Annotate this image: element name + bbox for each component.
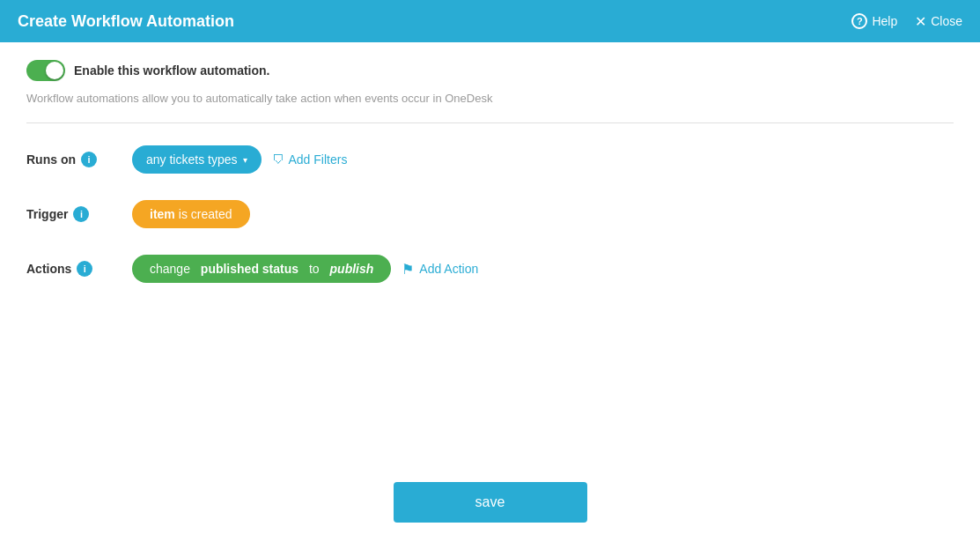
filter-icon: ⛉	[272, 152, 284, 167]
actions-label: Actions	[26, 262, 71, 276]
action-change-text: change	[150, 262, 190, 276]
runs-on-label-col: Runs on i	[26, 152, 132, 167]
runs-on-row: Runs on i any tickets types ▾ ⛉ Add Filt…	[26, 145, 954, 174]
add-action-button[interactable]: ⚑ Add Action	[402, 261, 478, 278]
trigger-action-text: is created	[179, 207, 232, 221]
action-to-text: to	[309, 262, 320, 276]
trigger-row: Trigger i item is created	[26, 200, 954, 228]
close-x-icon: ✕	[915, 13, 926, 30]
runs-on-button-text: any tickets types	[146, 152, 238, 167]
close-label: Close	[931, 14, 962, 28]
runs-on-label: Runs on	[26, 152, 76, 167]
create-workflow-modal: Create Workflow Automation ? Help ✕ Clos…	[0, 0, 980, 549]
actions-row: Actions i change published status to pub…	[26, 255, 954, 283]
trigger-item-text: item	[150, 207, 175, 221]
runs-on-content: any tickets types ▾ ⛉ Add Filters	[132, 145, 347, 174]
action-italic-text: publish	[330, 262, 374, 276]
modal-header: Create Workflow Automation ? Help ✕ Clos…	[0, 0, 980, 42]
add-action-text: Add Action	[419, 262, 478, 276]
modal-body: Enable this workflow automation. Workflo…	[0, 42, 980, 469]
action-bold-text: published status	[201, 262, 298, 276]
save-button[interactable]: save	[394, 482, 587, 523]
runs-on-button[interactable]: any tickets types ▾	[132, 145, 262, 174]
trigger-content: item is created	[132, 200, 250, 228]
actions-info-icon[interactable]: i	[77, 261, 92, 277]
modal-footer: save	[0, 469, 980, 549]
modal-title: Create Workflow Automation	[18, 12, 234, 31]
toggle-knob	[46, 62, 63, 79]
help-icon: ?	[851, 13, 867, 29]
flag-icon: ⚑	[402, 261, 414, 278]
toggle-label: Enable this workflow automation.	[74, 63, 269, 78]
chevron-down-icon: ▾	[243, 155, 247, 165]
close-button[interactable]: ✕ Close	[915, 13, 962, 30]
enable-toggle[interactable]	[26, 60, 65, 81]
trigger-label: Trigger	[26, 207, 68, 221]
add-filters-text: Add Filters	[289, 152, 348, 167]
trigger-label-col: Trigger i	[26, 206, 132, 222]
add-filters-button[interactable]: ⛉ Add Filters	[272, 152, 348, 167]
runs-on-info-icon[interactable]: i	[81, 152, 97, 167]
actions-content: change published status to publish ⚑ Add…	[132, 255, 478, 283]
trigger-badge[interactable]: item is created	[132, 200, 250, 228]
toggle-row: Enable this workflow automation.	[26, 60, 954, 81]
help-button[interactable]: ? Help	[851, 13, 897, 29]
action-badge[interactable]: change published status to publish	[132, 255, 391, 283]
trigger-info-icon[interactable]: i	[73, 206, 89, 222]
divider	[26, 122, 954, 123]
actions-label-col: Actions i	[26, 261, 132, 277]
header-actions: ? Help ✕ Close	[851, 13, 962, 30]
help-label: Help	[872, 14, 897, 28]
description-text: Workflow automations allow you to automa…	[26, 92, 954, 105]
